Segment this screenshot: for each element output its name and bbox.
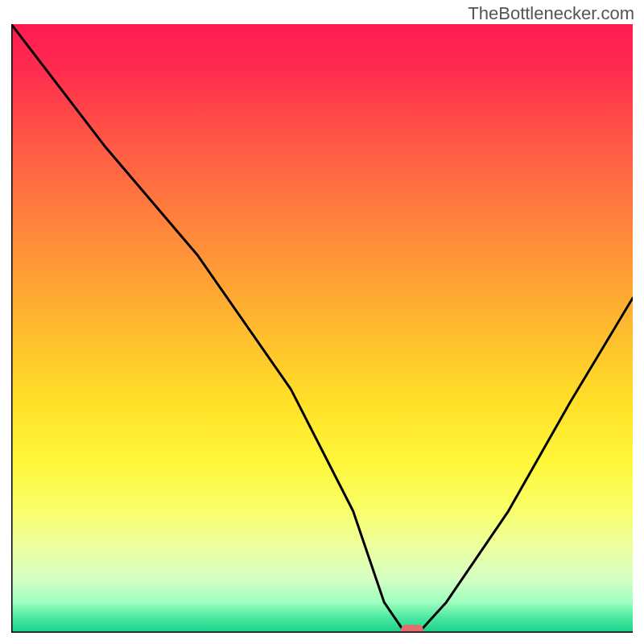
- watermark-text: TheBottlenecker.com: [468, 3, 634, 24]
- chart-container: TheBottlenecker.com: [0, 0, 644, 644]
- bottleneck-plot: [11, 24, 633, 633]
- plot-svg: [11, 24, 633, 633]
- gradient-background: [11, 24, 633, 633]
